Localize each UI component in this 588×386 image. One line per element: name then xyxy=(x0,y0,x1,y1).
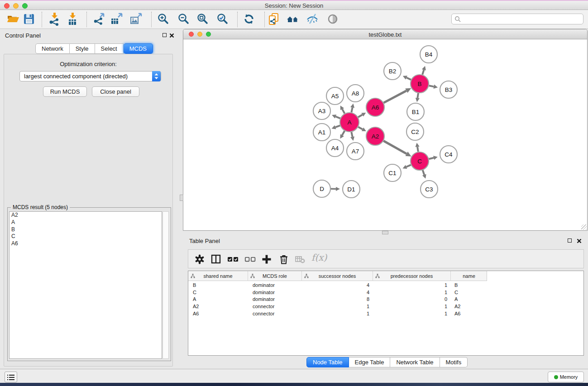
network-node-B[interactable]: B xyxy=(411,75,429,93)
network-edge[interactable] xyxy=(342,131,344,135)
mcds-result-item[interactable]: A2 xyxy=(10,212,162,219)
network-node-C3[interactable]: C3 xyxy=(421,181,438,198)
network-node-A5[interactable]: A5 xyxy=(326,87,344,105)
criterion-dropdown[interactable]: largest connected component (directed) xyxy=(19,71,161,81)
mcds-result-item[interactable]: B xyxy=(10,226,162,234)
column-header-mcds-role[interactable]: MCDS role xyxy=(248,271,302,281)
network-node-B3[interactable]: B3 xyxy=(440,81,457,98)
mcds-result-item[interactable]: C xyxy=(10,233,162,240)
search-field[interactable] xyxy=(451,14,583,24)
network-edge[interactable] xyxy=(429,158,434,159)
vertical-splitter-handle[interactable] xyxy=(180,195,183,201)
search-input[interactable] xyxy=(463,14,580,24)
network-node-A2[interactable]: A2 xyxy=(366,127,384,145)
resize-grip-icon[interactable] xyxy=(581,224,587,230)
network-edge[interactable] xyxy=(358,127,363,129)
tab-network[interactable]: Network xyxy=(35,43,70,54)
table-float-panel-icon[interactable] xyxy=(568,238,572,243)
import-table-icon[interactable] xyxy=(66,12,79,27)
delete-columns-icon[interactable] xyxy=(278,253,290,265)
network-node-D1[interactable]: D1 xyxy=(343,181,360,198)
column-header-shared-name[interactable]: shared name xyxy=(188,271,248,281)
network-edge[interactable] xyxy=(406,77,411,80)
export-image-icon[interactable] xyxy=(129,12,143,27)
toggle-column-panel-icon[interactable] xyxy=(210,253,222,265)
zoom-out-icon[interactable] xyxy=(177,12,191,27)
network-node-A6[interactable]: A6 xyxy=(366,98,384,116)
network-window-titlebar[interactable]: testGlobe.txt xyxy=(183,29,587,39)
tab-select[interactable]: Select xyxy=(95,43,124,54)
network-node-C2[interactable]: C2 xyxy=(406,123,424,140)
network-edge[interactable] xyxy=(423,170,425,175)
export-network-icon[interactable] xyxy=(93,12,106,27)
close-panel-button[interactable]: Close panel xyxy=(92,86,139,97)
save-session-icon[interactable] xyxy=(22,12,36,27)
network-node-C4[interactable]: C4 xyxy=(440,146,457,163)
hide-selected-icon[interactable] xyxy=(306,12,319,27)
tab-node-table[interactable]: Node Table xyxy=(306,357,349,367)
tab-style[interactable]: Style xyxy=(70,43,95,54)
table-row[interactable]: Cdominator41C xyxy=(188,289,583,296)
run-mcds-button[interactable]: Run MCDS xyxy=(43,86,87,97)
network-edge[interactable] xyxy=(342,109,344,114)
horizontal-splitter-handle[interactable] xyxy=(382,231,388,234)
show-all-icon[interactable] xyxy=(326,12,339,27)
result-scrollbar[interactable] xyxy=(163,211,169,359)
network-edge[interactable] xyxy=(384,91,406,103)
zoom-in-icon[interactable] xyxy=(157,12,170,27)
network-edge[interactable] xyxy=(335,116,340,118)
column-header-successor-nodes[interactable]: successor nodes xyxy=(302,271,373,281)
import-network-icon[interactable] xyxy=(48,12,61,27)
network-node-A[interactable]: A xyxy=(340,113,359,132)
network-edge[interactable] xyxy=(406,165,411,167)
export-table-icon[interactable] xyxy=(110,12,124,27)
zoom-selected-icon[interactable] xyxy=(216,12,229,27)
close-panel-icon[interactable] xyxy=(169,33,174,38)
table-row[interactable]: A2connector11A2 xyxy=(188,303,583,310)
table-row[interactable]: A6connector11A6 xyxy=(188,310,583,318)
table-close-panel-icon[interactable] xyxy=(577,238,582,243)
select-all-rows-icon[interactable] xyxy=(227,253,239,265)
network-node-B1[interactable]: B1 xyxy=(407,103,424,120)
mcds-result-item[interactable]: A xyxy=(10,219,162,226)
network-node-A8[interactable]: A8 xyxy=(347,85,364,102)
network-node-C[interactable]: C xyxy=(411,152,429,170)
clone-network-icon[interactable] xyxy=(267,12,281,27)
zoom-fit-icon[interactable] xyxy=(196,12,210,27)
column-header-predecessor-nodes[interactable]: predecessor nodes xyxy=(373,271,451,281)
network-node-A1[interactable]: A1 xyxy=(313,124,330,141)
table-mode-gear-icon[interactable] xyxy=(194,253,206,265)
network-node-D[interactable]: D xyxy=(313,180,330,197)
network-edge[interactable] xyxy=(429,86,434,86)
network-edge[interactable] xyxy=(335,125,340,127)
add-column-icon[interactable] xyxy=(261,253,272,265)
deselect-all-rows-icon[interactable] xyxy=(244,253,256,265)
column-header-name[interactable]: name xyxy=(451,271,487,281)
network-node-B2[interactable]: B2 xyxy=(384,62,401,80)
network-edge[interactable] xyxy=(417,93,418,98)
tab-edge-table[interactable]: Edge Table xyxy=(349,357,391,367)
first-neighbors-icon[interactable] xyxy=(286,12,300,27)
network-canvas[interactable]: B4B2BB3A5A8A6A3B1AA1C2A2A4A7C4CC1DD1C3 xyxy=(183,39,587,230)
table-row[interactable]: Adominator80A xyxy=(188,296,583,303)
network-edge[interactable] xyxy=(351,132,352,137)
network-edge[interactable] xyxy=(422,70,424,75)
network-node-A4[interactable]: A4 xyxy=(326,139,344,157)
node-table[interactable]: shared name MCDS role successor nodes pr… xyxy=(188,271,584,356)
network-edge[interactable] xyxy=(417,147,418,152)
tab-mcds[interactable]: MCDS xyxy=(124,43,153,54)
open-session-icon[interactable] xyxy=(6,12,20,27)
table-row[interactable]: Bdominator41B xyxy=(188,282,583,289)
mcds-result-list[interactable]: A2ABCA6 xyxy=(9,211,162,359)
refresh-icon[interactable] xyxy=(242,12,256,27)
memory-button[interactable]: Memory xyxy=(548,372,584,382)
network-node-B4[interactable]: B4 xyxy=(420,46,437,63)
network-node-C1[interactable]: C1 xyxy=(384,164,401,181)
network-node-A7[interactable]: A7 xyxy=(347,143,364,160)
tab-network-table[interactable]: Network Table xyxy=(390,357,440,367)
task-history-button[interactable] xyxy=(5,372,17,382)
network-edge[interactable] xyxy=(351,108,352,113)
float-panel-icon[interactable] xyxy=(163,33,167,37)
network-edge[interactable] xyxy=(383,141,406,154)
mcds-result-item[interactable]: A6 xyxy=(10,240,162,248)
